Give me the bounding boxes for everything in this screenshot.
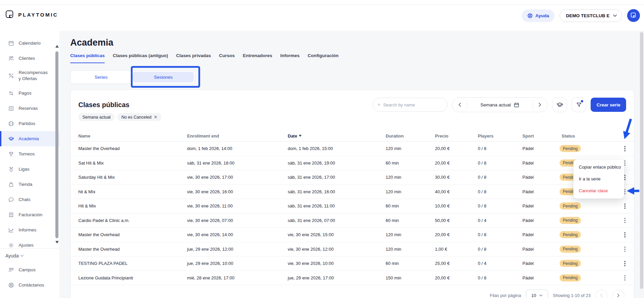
calendar-icon (8, 40, 14, 46)
row-actions-kebab-icon[interactable] (623, 201, 627, 211)
sidebar-item-ajustes[interactable]: Ajustes (0, 238, 59, 248)
status-badge: Pending (560, 202, 581, 209)
cell-duration: 60 min (386, 203, 435, 208)
next-page-button[interactable] (612, 290, 624, 298)
chip-semana-actual[interactable]: Semana actual (78, 113, 114, 121)
table-row[interactable]: Lezione Guidata Principianti mié, 28 ene… (71, 271, 634, 285)
cell-players: 0 / 8 (478, 146, 522, 151)
tab-clases-privadas[interactable]: Clases privadas (176, 53, 211, 63)
cell-enrollment-end: vie, 30 ene 2026, 07:00 (187, 218, 288, 223)
remove-filter-icon[interactable]: ✕ (154, 115, 157, 120)
search-box[interactable] (373, 98, 447, 112)
scrollbar-down-arrow-icon[interactable] (55, 241, 59, 244)
table-row[interactable]: Master the Overhead dom, 1 feb 2026, 14:… (71, 142, 634, 156)
previous-week-button[interactable] (452, 98, 468, 112)
filter-button[interactable] (571, 97, 586, 112)
table-row[interactable]: Cardio Padel & Clinic a.m. vie, 30 ene 2… (71, 214, 634, 228)
sidebar-item-recompensas[interactable]: Recompensas y Ofertas (0, 66, 59, 85)
help-button-label: Ayuda (535, 13, 549, 18)
cell-price: 20,00 € (435, 160, 478, 166)
gear-icon (8, 242, 14, 248)
tab-clases-publicas[interactable]: Clases públicas (70, 53, 105, 63)
row-actions-kebab-icon[interactable] (623, 144, 627, 153)
page-title: Academia (70, 37, 634, 48)
column-header-sport: Sport (522, 133, 562, 139)
menu-item-ir-a-la-serie[interactable]: Ir a la serie (573, 173, 624, 185)
chevron-left-icon (458, 102, 461, 107)
row-actions-kebab-icon[interactable] (623, 245, 627, 254)
page-scrollbar-thumb[interactable] (640, 32, 643, 289)
tab-cursos[interactable]: Cursos (219, 53, 235, 63)
sidebar-item-facturacion[interactable]: Facturación (0, 207, 59, 222)
lifebuoy-icon (8, 282, 14, 288)
sidebar-item-label: Recompensas y Ofertas (19, 70, 50, 82)
next-week-button[interactable] (532, 98, 547, 112)
sidebar-item-ligas[interactable]: Ligas (0, 162, 59, 177)
sidebar-item-campus[interactable]: Campus (0, 262, 59, 277)
cell-date: dom, 1 feb 2026, 15:00 (288, 146, 386, 151)
sidebar-item-tienda[interactable]: Tienda (0, 177, 59, 192)
row-actions-kebab-icon[interactable] (623, 216, 627, 225)
table-row[interactable]: Sat Hit & Mix sáb, 31 ene 2026, 18:00 sá… (71, 156, 634, 171)
club-selector[interactable]: DEMO TESTCLUB E (560, 9, 622, 22)
table-row[interactable]: Saturday Hit & Mix vie, 30 ene 2026, 17:… (71, 170, 634, 185)
column-header-status: Status (562, 133, 613, 139)
sidebar-help-toggle[interactable]: Ayuda (5, 253, 59, 258)
playtomic-avatar-icon (630, 12, 637, 19)
table-row[interactable]: Master the Overhead jue, 29 ene 2026, 12… (71, 242, 634, 257)
sidebar-item-informes[interactable]: Informes (0, 222, 59, 238)
week-selector[interactable]: Semana actual (468, 102, 532, 108)
search-input[interactable] (383, 102, 442, 107)
tab-entrenadores[interactable]: Entrenadores (243, 53, 272, 63)
table-row[interactable]: TESTING PLAZA PADEL jue, 29 ene 2026, 10… (71, 256, 634, 271)
tab-clases-publicas-antiguo[interactable]: Clases públicas (antiguo) (113, 53, 168, 63)
sidebar-item-partidos[interactable]: Partidos (0, 116, 59, 131)
sidebar-item-chats[interactable]: Chats (0, 192, 59, 207)
page-scrollbar[interactable] (639, 31, 644, 298)
chart-icon (8, 227, 14, 233)
row-actions-kebab-icon[interactable] (623, 273, 627, 283)
previous-page-button[interactable] (595, 290, 608, 298)
menu-item-copiar-enlace[interactable]: Copiar enlace público (573, 161, 624, 173)
menu-item-cancelar-clase[interactable]: Cancelar clase (573, 185, 624, 197)
filter-chips: Semana actual No es Canceled ✕ (71, 112, 634, 121)
sidebar-item-label: Ligas (19, 167, 29, 172)
row-actions-kebab-icon[interactable] (623, 259, 627, 268)
toggle-option-series[interactable]: Series (71, 71, 132, 83)
sidebar-item-reservas[interactable]: Reservas (0, 101, 59, 116)
table-row[interactable]: Hit & Mix vie, 30 ene 2026, 11:00 sáb, 3… (71, 199, 634, 214)
help-button[interactable]: Ayuda (522, 9, 555, 22)
create-series-button[interactable]: Crear serie (591, 98, 626, 112)
pagination: Filas por página 10 Showing 1-10 of 23 (71, 285, 634, 298)
status-badge: Pending (560, 246, 581, 253)
sidebar-nav: Calendario Clientes Recompensas y Oferta… (0, 31, 59, 248)
sidebar-help-label: Ayuda (5, 253, 19, 258)
chip-no-es-canceled[interactable]: No es Canceled ✕ (117, 113, 161, 121)
table-row[interactable]: Master the Overhead vie, 30 ene 2026, 14… (71, 228, 634, 242)
tab-informes[interactable]: Informes (280, 53, 300, 63)
sidebar-item-label: Reservas (19, 106, 38, 111)
cell-enrollment-end: dom, 1 feb 2026, 14:00 (187, 146, 288, 151)
sidebar-item-calendario[interactable]: Calendario (0, 35, 59, 51)
scrollbar-thumb[interactable] (55, 51, 58, 238)
cell-sport: Pádel (522, 189, 562, 194)
chevron-down-icon (539, 294, 543, 297)
rows-per-page-select[interactable]: 10 (526, 290, 548, 298)
account-avatar[interactable] (627, 9, 640, 22)
sidebar-item-academia[interactable]: Academia (0, 131, 59, 146)
tab-configuracion[interactable]: Configuración (308, 53, 339, 63)
sidebar-item-contactanos[interactable]: Contáctanos (0, 277, 59, 293)
sidebar-item-clientes[interactable]: Clientes (0, 51, 59, 66)
table-body: Master the Overhead dom, 1 feb 2026, 14:… (71, 142, 634, 285)
row-actions-kebab-icon[interactable] (623, 230, 627, 240)
sidebar-item-pagos[interactable]: Pagos (0, 85, 59, 101)
academy-view-button[interactable] (552, 97, 567, 112)
table-row[interactable]: hit & MIx vie, 30 ene 2026, 16:00 sáb, 3… (71, 185, 634, 199)
cell-duration: 60 min (386, 218, 435, 223)
column-header-date[interactable]: Date (288, 133, 386, 139)
cell-price: 30,00 € (435, 175, 478, 180)
cell-duration: 120 min (386, 146, 435, 151)
scrollbar-up-arrow-icon[interactable] (55, 45, 59, 48)
sidebar-item-torneos[interactable]: Torneos (0, 146, 59, 162)
toggle-option-sesiones[interactable]: Sesiones (133, 72, 194, 82)
